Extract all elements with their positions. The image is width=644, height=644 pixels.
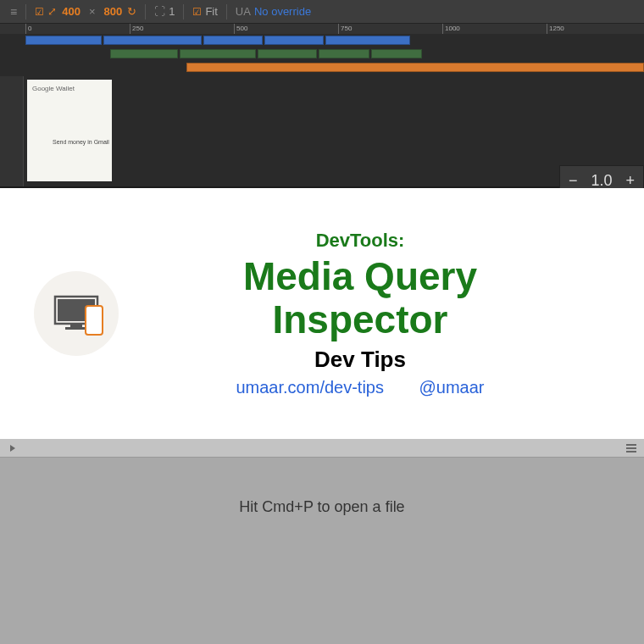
device-preview[interactable]: Google Wallet Send money in Gmail xyxy=(27,80,112,181)
card-tagline: Dev Tips xyxy=(144,347,576,373)
ruler-tick: 1000 xyxy=(442,24,460,34)
ruler-tick: 750 xyxy=(338,24,352,34)
ruler-tick: 250 xyxy=(130,24,143,34)
svg-rect-2 xyxy=(70,324,82,327)
ruler-tick: 0 xyxy=(25,24,31,34)
media-query-bars xyxy=(0,34,644,76)
preview-tagline: Send money in Gmail xyxy=(53,139,109,145)
title-card: DevTools: Media Query Inspector Dev Tips… xyxy=(0,188,644,439)
svg-rect-4 xyxy=(626,444,636,446)
media-query-bar[interactable] xyxy=(264,36,324,45)
svg-rect-5 xyxy=(626,447,636,449)
svg-rect-6 xyxy=(626,451,636,452)
ua-value: No override xyxy=(254,5,311,18)
empty-state-message: Hit Cmd+P to open a file xyxy=(0,498,644,516)
reload-icon[interactable]: ↻ xyxy=(127,5,136,18)
sources-panel: Hit Cmd+P to open a file xyxy=(0,439,644,644)
ruler-tick: 1250 xyxy=(547,24,564,34)
media-query-bar[interactable] xyxy=(25,36,102,45)
twitter-link[interactable]: @umaar xyxy=(419,378,485,397)
ua-group[interactable]: UA No override xyxy=(230,5,316,18)
zoom-out-button[interactable]: − xyxy=(569,172,578,190)
horizontal-ruler: 0 250 500 750 1000 1250 1500 xyxy=(0,24,644,34)
separator xyxy=(145,4,146,19)
play-icon[interactable] xyxy=(7,442,19,454)
separator xyxy=(226,4,227,19)
card-text: DevTools: Media Query Inspector Dev Tips… xyxy=(144,230,644,397)
fullscreen-icon[interactable]: ⛶ xyxy=(154,5,165,18)
separator xyxy=(183,4,184,19)
zoom-value[interactable]: 1 xyxy=(169,5,175,18)
preview-logo: Google Wallet xyxy=(32,85,107,92)
panel-header xyxy=(0,439,644,458)
media-query-bar[interactable] xyxy=(371,49,422,58)
toolbar-menu-icon[interactable]: ≡ xyxy=(5,5,22,19)
card-links: umaar.com/dev-tips @umaar xyxy=(144,378,576,397)
width-input[interactable]: 400 xyxy=(60,5,82,18)
device-toolbar: ≡ ☑ ⤢ 400 × 800 ↻ ⛶ 1 ☑ Fit UA No overri… xyxy=(0,0,644,24)
media-query-bar[interactable] xyxy=(203,36,263,45)
separator xyxy=(25,4,26,19)
ua-label: UA xyxy=(236,5,251,18)
fit-group[interactable]: ☑ Fit xyxy=(187,5,222,18)
website-link[interactable]: umaar.com/dev-tips xyxy=(236,378,384,397)
media-query-bar[interactable] xyxy=(180,49,256,58)
check-icon: ☑ xyxy=(35,6,44,18)
ruler-tick: 500 xyxy=(234,24,247,34)
media-query-bar[interactable] xyxy=(325,36,410,45)
devices-icon xyxy=(34,271,119,356)
zoom-group: ⛶ 1 xyxy=(149,5,180,18)
zoom-level: 1.0 xyxy=(591,172,612,190)
card-title-line2: Inspector xyxy=(144,298,576,341)
height-input[interactable]: 800 xyxy=(102,5,124,18)
fit-label: Fit xyxy=(205,5,217,18)
media-query-bar[interactable] xyxy=(258,49,317,58)
zoom-in-button[interactable]: + xyxy=(625,172,635,190)
dimensions-group: ☑ ⤢ 400 × 800 ↻ xyxy=(30,5,142,18)
media-query-bar[interactable] xyxy=(103,36,202,45)
dimension-separator: × xyxy=(86,5,99,18)
media-query-bar[interactable] xyxy=(319,49,369,58)
card-subtitle: DevTools: xyxy=(144,230,576,252)
vertical-ruler xyxy=(0,76,24,186)
card-title-line1: Media Query xyxy=(144,255,576,298)
check-icon: ☑ xyxy=(192,6,202,18)
swap-icon[interactable]: ⤢ xyxy=(47,5,57,18)
device-preview-area: Google Wallet Send money in Gmail − 1.0 … xyxy=(0,76,644,186)
phone-icon xyxy=(85,305,103,336)
panel-menu-icon[interactable] xyxy=(625,442,637,454)
media-query-bar[interactable] xyxy=(110,49,178,58)
media-query-bar[interactable] xyxy=(186,63,644,72)
